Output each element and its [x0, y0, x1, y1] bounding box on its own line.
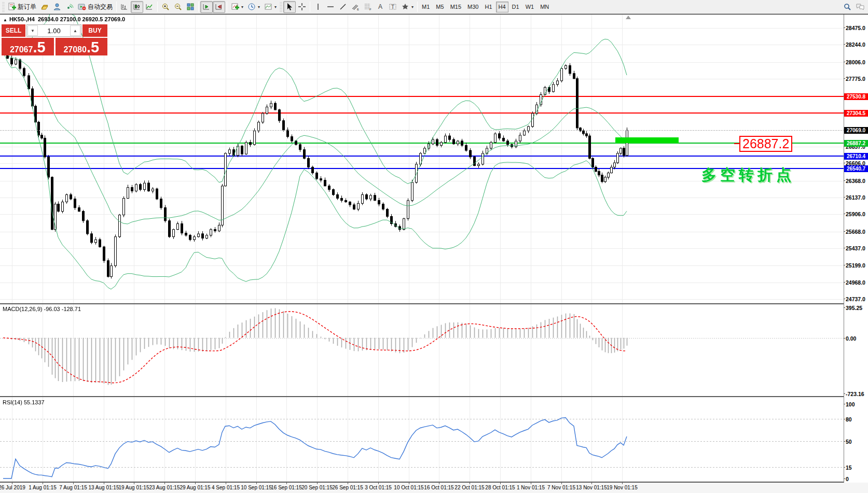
time-tick — [348, 483, 348, 484]
time-tick-label: 7 Aug 01:15 — [59, 485, 87, 490]
time-tick — [591, 483, 592, 484]
zoom-out-button[interactable] — [172, 1, 184, 13]
new-order-label: 新订单 — [18, 3, 36, 11]
bar-chart-button[interactable] — [118, 1, 131, 13]
chart-shift-marker[interactable] — [626, 16, 631, 19]
time-tick-label: 7 Nov 01:15 — [547, 485, 575, 490]
rsi-tick-label: 100 — [846, 401, 867, 407]
line-chart-button[interactable] — [143, 1, 156, 13]
timeframe-d1-button[interactable]: D1 — [509, 2, 522, 12]
chart-window: 28475.028244.028006.027775.027537.027306… — [0, 14, 868, 493]
highlight-rectangle — [615, 137, 679, 143]
sell-price-button[interactable]: 27067 .5 — [2, 38, 54, 55]
volume-decrease-button[interactable]: ▼ — [27, 25, 38, 36]
hline-price-badge: 27530.8 — [844, 93, 868, 100]
autotrading-button[interactable]: 自动交易 — [76, 1, 115, 13]
hline-price-badge: 26540.7 — [844, 165, 868, 172]
macd-label: MACD(12,26,9) -96.03 -128.71 — [3, 306, 81, 312]
periods-dropdown[interactable]: ▾ — [245, 1, 262, 13]
time-tick — [622, 483, 623, 484]
macd-canvas[interactable] — [0, 304, 844, 397]
timeframe-m1-button[interactable]: M1 — [419, 2, 432, 12]
time-tick — [500, 483, 501, 484]
candlestick-chart-button[interactable] — [131, 1, 143, 13]
zoom-in-button[interactable] — [159, 1, 172, 13]
toolbar: 新订单 自动交易 — [0, 0, 868, 14]
time-tick — [73, 483, 74, 484]
price-tick-label: 24968.0 — [846, 279, 867, 286]
toolbar-grip[interactable] — [280, 2, 282, 12]
symbol-info: ▲HK50-,H4 26934.0 27100.0 26920.5 27069.… — [3, 16, 125, 22]
volume-increase-button[interactable]: ▲ — [70, 25, 80, 36]
trendline-icon — [339, 3, 347, 11]
time-tick-label: 20 Sep 01:15 — [301, 485, 333, 490]
symbol-ohlc: 26934.0 27100.0 26920.5 27069.0 — [38, 16, 125, 22]
fibonacci-icon: F — [364, 3, 372, 11]
crosshair-button[interactable] — [296, 1, 308, 13]
signals-button[interactable] — [63, 1, 76, 13]
timeframe-m5-button[interactable]: M5 — [433, 2, 446, 12]
horizontal-line-button[interactable] — [324, 1, 337, 13]
price-tick-label: 27775.0 — [846, 76, 867, 82]
toolbar-grip[interactable] — [2, 2, 5, 12]
time-tick-label: 13 Nov 01:15 — [576, 485, 607, 490]
new-order-button[interactable]: 新订单 — [6, 1, 38, 13]
timeframe-m30-button[interactable]: M30 — [465, 2, 481, 12]
timeframe-m15-button[interactable]: M15 — [448, 2, 464, 12]
time-tick-label: 23 Aug 01:15 — [149, 485, 180, 490]
time-tick-label: 1 Aug 01:15 — [29, 485, 56, 490]
timeframe-mn-button[interactable]: MN — [538, 2, 552, 12]
price-tick-label: 24737.0 — [846, 296, 867, 302]
level-price-text: 26887.2 — [742, 136, 789, 151]
auto-scroll-button[interactable] — [200, 1, 213, 13]
trendline-button[interactable] — [337, 1, 349, 13]
line-chart-icon — [145, 3, 154, 11]
time-tick — [561, 483, 562, 484]
timeframe-w1-button[interactable]: W1 — [523, 2, 537, 12]
cursor-button[interactable] — [283, 1, 296, 13]
level-price-box: 26887.2 — [739, 136, 792, 152]
arrows-dropdown[interactable]: ▾ — [399, 1, 416, 13]
collapse-arrow-icon[interactable]: ▲ — [3, 18, 7, 22]
equidistant-channel-icon: E — [351, 3, 360, 11]
time-tick — [104, 483, 104, 484]
equidistant-channel-button[interactable]: E — [349, 1, 362, 13]
level-box-tick — [734, 143, 739, 144]
templates-dropdown[interactable]: ▾ — [262, 1, 279, 13]
time-tick-label: 26 Jul 2019 — [0, 485, 25, 490]
chat-button[interactable] — [853, 1, 867, 13]
fibonacci-button[interactable]: F — [362, 1, 374, 13]
text-button[interactable]: A — [374, 1, 387, 13]
rsi-canvas[interactable] — [0, 397, 844, 483]
hline-price-badge: 26710.4 — [844, 153, 868, 160]
pane-splitter[interactable] — [0, 303, 844, 304]
hline-price-badge: 27304.5 — [844, 110, 868, 117]
buy-button[interactable]: BUY — [82, 24, 107, 37]
timeframe-h1-button[interactable]: H1 — [482, 2, 494, 12]
buy-price-button[interactable]: 27080 .5 — [56, 38, 108, 55]
new-order-icon — [8, 3, 16, 11]
community-button[interactable] — [51, 1, 63, 13]
time-tick-label: 16 Sep 01:15 — [271, 485, 302, 490]
time-tick — [256, 483, 257, 484]
time-tick-label: 29 Aug 01:15 — [180, 485, 211, 490]
new-chart-dropdown[interactable]: ▾ — [229, 1, 245, 13]
main-chart-canvas[interactable] — [0, 15, 844, 304]
time-tick — [12, 483, 12, 484]
sell-button[interactable]: SELL — [2, 24, 25, 37]
clock-icon — [247, 3, 256, 11]
current-price-badge: 27069.0 — [844, 127, 868, 134]
text-label-button[interactable]: T — [387, 1, 399, 13]
volume-value[interactable]: 1.00 — [38, 25, 70, 36]
chart-shift-button[interactable] — [213, 1, 225, 13]
timeframe-h4-button[interactable]: H4 — [496, 2, 508, 12]
pane-splitter[interactable] — [0, 396, 844, 397]
time-tick — [164, 483, 165, 484]
tile-windows-button[interactable] — [184, 1, 197, 13]
macd-tick-label: -723.16 — [846, 391, 867, 397]
search-button[interactable] — [841, 1, 853, 13]
market-button[interactable] — [38, 1, 51, 13]
time-tick — [409, 483, 409, 484]
vertical-line-button[interactable] — [312, 1, 324, 13]
svg-text:A: A — [378, 3, 382, 10]
